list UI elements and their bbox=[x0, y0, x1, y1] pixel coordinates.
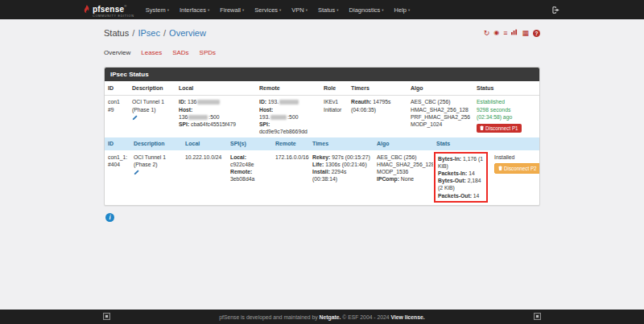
status-established: Established 9298 seconds (02:34:58) ago bbox=[477, 98, 536, 121]
p1-local-cell: ID: 136 Host: 136:500 SPI: cba64fc45515f… bbox=[175, 96, 256, 137]
record-icon[interactable]: ◉ bbox=[493, 30, 499, 36]
phase2-table: ID Description Local SPI(s) Remote Times… bbox=[105, 137, 539, 204]
phase1-table: ID Description Local Remote Role Timers … bbox=[105, 81, 539, 137]
menu-services[interactable]: Services▾ bbox=[254, 6, 281, 14]
edit-icon[interactable] bbox=[134, 170, 139, 177]
redacted-text bbox=[197, 100, 220, 105]
menu-firewall[interactable]: Firewall▾ bbox=[220, 6, 244, 14]
p1-description-cell: OCI Tunnel 1 (Phase 1) bbox=[129, 96, 175, 137]
chevron-down-icon: ▾ bbox=[167, 8, 169, 12]
p2-times-cell: Rekey: 927s (00:15:27) Life: 1306s (00:2… bbox=[309, 150, 374, 205]
p1-status-cell: Established 9298 seconds (02:34:58) ago … bbox=[473, 96, 539, 137]
footer-text: pfSense is developed and maintained by N… bbox=[219, 314, 424, 320]
p2-remote-cell: 172.16.0.0/16 bbox=[272, 150, 309, 205]
col-header-actions bbox=[491, 137, 539, 150]
brand-edition: COMMUNITY EDITION bbox=[93, 15, 134, 18]
trash-icon bbox=[498, 166, 502, 170]
phase2-row: con1_1: #404 OCI Tunnel 1 (Phase 2) 10.2… bbox=[105, 150, 539, 205]
menu-vpn[interactable]: VPN▾ bbox=[291, 6, 308, 14]
tab-spds[interactable]: SPDs bbox=[200, 49, 216, 56]
bar-chart-icon[interactable] bbox=[511, 29, 518, 37]
menu-help[interactable]: Help▾ bbox=[394, 6, 411, 14]
ipsec-status-panel: IPsec Status ID Description Local Remote… bbox=[104, 67, 540, 206]
chevron-down-icon: ▾ bbox=[242, 8, 244, 12]
logout-icon[interactable] bbox=[552, 6, 560, 14]
top-navbar: pfsense® COMMUNITY EDITION System▾ Inter… bbox=[0, 0, 644, 19]
col-header: ID bbox=[105, 137, 130, 150]
menu-status[interactable]: Status▾ bbox=[318, 6, 339, 14]
chevron-down-icon: ▾ bbox=[279, 8, 281, 12]
breadcrumb-link-ipsec[interactable]: IPsec bbox=[138, 28, 160, 38]
p1-timers-cell: Reauth: 14795s (04:06:35) bbox=[348, 96, 407, 137]
trash-icon bbox=[480, 125, 484, 130]
col-header: Algo bbox=[407, 81, 473, 96]
status-installed: Installed bbox=[494, 154, 514, 160]
tab-leases[interactable]: Leases bbox=[141, 49, 162, 56]
main-menu: System▾ Interfaces▾ Firewall▾ Services▾ … bbox=[146, 6, 411, 14]
p2-spi-cell: Local: c922c48e Remote: 3eb08d4a bbox=[227, 150, 272, 205]
col-header: Remote bbox=[256, 81, 320, 96]
footer-left-icon[interactable] bbox=[103, 313, 110, 320]
brand-name: pfsense bbox=[93, 5, 124, 14]
col-header: Local bbox=[182, 137, 227, 150]
disconnect-p1-button[interactable]: Disconnect P1 bbox=[477, 124, 522, 133]
breadcrumb-separator: / bbox=[132, 28, 134, 38]
phase1-row: con1 #9 OCI Tunnel 1 (Phase 1) ID: 136 H… bbox=[105, 96, 539, 137]
col-header: SPI(s) bbox=[227, 137, 272, 150]
registered-mark: ® bbox=[124, 3, 126, 7]
menu-system[interactable]: System▾ bbox=[146, 6, 169, 14]
help-icon[interactable]: ? bbox=[533, 30, 540, 37]
col-header: Role bbox=[320, 81, 348, 96]
breadcrumb: Status / IPsec / Overview bbox=[104, 28, 206, 38]
col-header: Algo bbox=[374, 137, 433, 150]
panel-title: IPsec Status bbox=[105, 68, 539, 81]
footer-right-icon[interactable] bbox=[534, 313, 541, 320]
info-icon[interactable]: i bbox=[105, 213, 114, 222]
edit-icon[interactable] bbox=[132, 115, 138, 122]
tab-bar: Overview Leases SADs SPDs bbox=[104, 49, 540, 56]
col-header: Local bbox=[175, 81, 256, 96]
p1-algo-cell: AES_CBC (256) HMAC_SHA2_256_128 PRF_HMAC… bbox=[407, 96, 473, 137]
phase1-header-row: ID Description Local Remote Role Timers … bbox=[105, 81, 539, 96]
p2-id-cell: con1_1: #404 bbox=[105, 150, 130, 205]
redacted-text bbox=[188, 115, 208, 120]
redacted-text bbox=[279, 100, 299, 105]
col-header: Status bbox=[473, 81, 539, 96]
p1-role-cell: IKEv1 Initiator bbox=[320, 96, 348, 137]
p2-local-cell: 10.222.10.0/24 bbox=[182, 150, 227, 205]
brand-logo[interactable]: pfsense® COMMUNITY EDITION bbox=[84, 2, 134, 18]
chevron-down-icon: ▾ bbox=[336, 8, 338, 12]
page-action-icons: ↻ ◉ ≡ ▦ ? bbox=[484, 29, 540, 37]
phase2-header-row: ID Description Local SPI(s) Remote Times… bbox=[105, 137, 539, 150]
col-header: Description bbox=[130, 137, 182, 150]
breadcrumb-separator: / bbox=[163, 28, 166, 38]
breadcrumb-section: Status bbox=[104, 28, 129, 38]
grid-icon[interactable]: ▦ bbox=[522, 30, 529, 37]
flame-icon bbox=[84, 5, 90, 14]
footer: pfSense is developed and maintained by N… bbox=[0, 310, 644, 324]
col-header: Stats bbox=[433, 137, 491, 150]
tab-sads[interactable]: SADs bbox=[172, 49, 188, 56]
refresh-icon[interactable]: ↻ bbox=[484, 30, 490, 37]
redacted-text bbox=[270, 115, 287, 120]
view-license-link[interactable]: View license. bbox=[391, 314, 425, 320]
menu-lines-icon[interactable]: ≡ bbox=[503, 30, 507, 37]
chevron-down-icon: ▾ bbox=[382, 8, 383, 12]
tab-overview[interactable]: Overview bbox=[104, 49, 130, 56]
col-header: Timers bbox=[348, 81, 407, 96]
p1-remote-cell: ID: 193. Host: 193.:500 SPI: dcd9e9c7eb8… bbox=[256, 96, 320, 137]
menu-diagnostics[interactable]: Diagnostics▾ bbox=[349, 6, 384, 14]
brand-text: pfsense® COMMUNITY EDITION bbox=[93, 2, 134, 18]
p2-description-cell: OCI Tunnel 1 (Phase 2) bbox=[130, 150, 182, 205]
col-header: Description bbox=[129, 81, 175, 96]
p1-id-cell: con1 #9 bbox=[105, 96, 129, 137]
menu-interfaces[interactable]: Interfaces▾ bbox=[180, 6, 209, 14]
disconnect-p2-button[interactable]: Disconnect P2 bbox=[494, 163, 539, 174]
p2-algo-cell: AES_CBC (256) HMAC_SHA2_256_128 MODP_153… bbox=[374, 150, 433, 205]
col-header: Remote bbox=[272, 137, 309, 150]
breadcrumb-link-overview[interactable]: Overview bbox=[169, 28, 206, 38]
p2-status-cell: Installed Disconnect P2 bbox=[491, 150, 539, 205]
chevron-down-icon: ▾ bbox=[408, 8, 410, 12]
netgate-link[interactable]: Netgate. bbox=[320, 314, 341, 320]
col-header: Times bbox=[309, 137, 374, 150]
